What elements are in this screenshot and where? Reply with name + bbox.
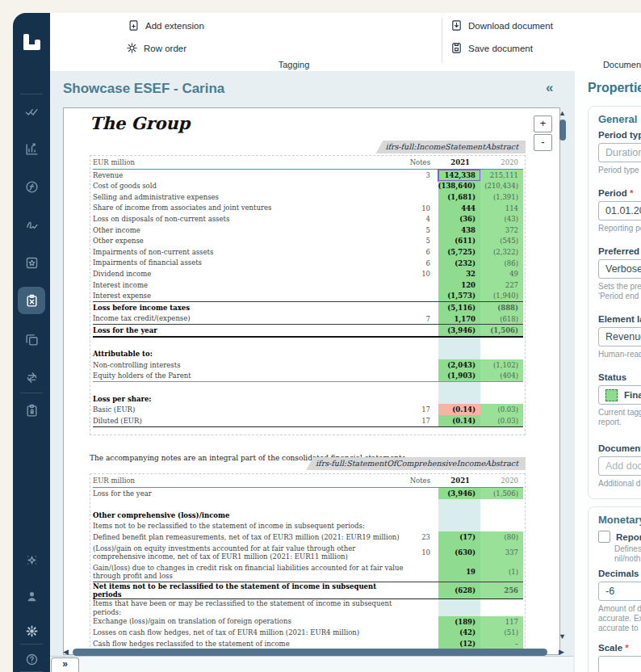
fact-cell-2021[interactable] [438, 499, 480, 510]
documentation-input[interactable] [598, 456, 641, 476]
fact-cell-2021[interactable]: (5,116) [438, 302, 480, 313]
vertical-scroll-thumb[interactable] [559, 120, 566, 141]
fact-cell-2021[interactable] [438, 510, 480, 521]
fact-cell-2021[interactable]: (3,946) [438, 488, 480, 499]
sidebar-item-help[interactable] [13, 653, 50, 666]
period-input[interactable]: 01.01.2021 [598, 201, 641, 220]
fact-cell-2021[interactable]: 142,338 [438, 170, 480, 181]
fact-cell-2020[interactable]: (1,391) [480, 191, 523, 203]
fact-cell-2020[interactable]: (0.03) [480, 404, 523, 415]
fact-cell-2021[interactable] [438, 338, 480, 349]
fact-cell-2020[interactable]: (210,434) [480, 181, 523, 192]
fact-cell-2020[interactable]: (888) [480, 302, 523, 313]
sidebar-item-sync[interactable] [13, 371, 50, 384]
decimals-input[interactable]: -6 [598, 582, 641, 601]
fact-cell-2021[interactable]: (1,903) [438, 371, 480, 382]
fact-cell-2021[interactable]: (232) [438, 258, 480, 269]
row-order-button[interactable]: Row order [126, 42, 186, 54]
fact-cell-2020[interactable] [480, 510, 523, 521]
fact-cell-2020[interactable]: 227 [480, 279, 523, 291]
fact-cell-2021[interactable]: 438 [438, 225, 480, 236]
fact-cell-2021[interactable]: (17) [438, 531, 480, 543]
fact-cell-2021[interactable]: (5,725) [438, 246, 480, 258]
preferred-label-select[interactable]: Verbose [598, 259, 641, 279]
fact-cell-2020[interactable]: 372 [480, 225, 523, 236]
fact-cell-2020[interactable]: (545) [480, 236, 523, 247]
fact-cell-2021[interactable]: 444 [438, 203, 480, 214]
fact-cell-2020[interactable] [480, 499, 523, 510]
scale-input[interactable] [598, 656, 641, 672]
fact-cell-2020[interactable]: (404) [480, 371, 523, 382]
fact-cell-2020[interactable]: (51) [480, 627, 523, 638]
fact-cell-2020[interactable]: 117 [480, 616, 523, 628]
fact-cell-2020[interactable]: 49 [480, 268, 523, 279]
fact-cell-2021[interactable]: (2,043) [438, 359, 480, 371]
fact-cell-2021[interactable]: (611) [438, 236, 480, 247]
zoom-out-button[interactable]: - [534, 134, 552, 151]
expand-tree-button[interactable]: » [51, 657, 79, 672]
sidebar-item-reports[interactable] [13, 142, 50, 156]
sidebar-item-settings[interactable] [13, 624, 50, 638]
fact-cell-2021[interactable]: (138,640) [438, 181, 480, 192]
fact-cell-2020[interactable]: (0.03) [480, 415, 523, 426]
download-document-button[interactable]: Download document [450, 19, 553, 32]
fact-cell-2020[interactable]: 215,111 [480, 170, 523, 181]
fact-cell-2020[interactable]: (80) [480, 531, 523, 543]
fact-cell-2021[interactable]: 1,170 [438, 313, 480, 325]
sidebar-item-bookmarks[interactable] [13, 256, 50, 270]
fact-cell-2020[interactable] [480, 338, 523, 349]
scroll-up-icon[interactable]: ▲ [559, 110, 566, 117]
fact-cell-2020[interactable]: (1,102) [480, 359, 523, 371]
fact-cell-2021[interactable]: 19 [438, 562, 480, 582]
xbrl-tag-chip[interactable]: ifrs-full:IncomeStatementAbstract [375, 141, 526, 153]
fact-cell-2021[interactable]: (628) [438, 582, 480, 598]
fact-cell-2020[interactable]: (86) [480, 258, 523, 269]
status-select[interactable]: Final [598, 385, 641, 405]
fact-cell-2020[interactable]: (43) [480, 213, 523, 225]
horizontal-scroll-thumb[interactable] [73, 649, 547, 656]
fact-cell-2021[interactable] [438, 382, 480, 393]
fact-cell-2020[interactable]: 114 [480, 203, 523, 214]
fact-cell-2021[interactable]: (189) [438, 616, 480, 628]
checkbox-icon[interactable] [598, 531, 610, 543]
sidebar-item-validation[interactable] [13, 105, 50, 119]
fact-cell-2020[interactable]: 256 [480, 582, 523, 598]
documentation-text-input[interactable] [605, 460, 641, 472]
fact-cell-2021[interactable] [438, 393, 480, 405]
sidebar-item-ai-assistant[interactable] [13, 553, 50, 567]
fact-cell-2020[interactable]: (1,940) [480, 291, 523, 302]
fact-cell-2020[interactable]: (618) [480, 313, 523, 325]
add-extension-button[interactable]: Add extension [128, 19, 204, 32]
fact-cell-2020[interactable]: (1) [480, 562, 523, 582]
sidebar-item-tagging[interactable] [13, 294, 50, 308]
fact-cell-2021[interactable]: 32 [438, 268, 480, 279]
collapse-panel-icon[interactable]: « [546, 80, 553, 96]
fact-cell-2020[interactable]: (2,322) [480, 246, 523, 258]
sidebar-item-formulas[interactable] [13, 180, 50, 194]
xbrl-tag-chip[interactable]: ifrs-full:StatementOfComprehensiveIncome… [306, 457, 526, 470]
fact-cell-2021[interactable] [438, 599, 480, 615]
scroll-left-icon[interactable]: ◀ [63, 649, 69, 656]
fact-cell-2021[interactable]: (1,573) [438, 291, 480, 302]
element-label-input[interactable]: Revenue [598, 327, 641, 346]
scroll-right-icon[interactable]: ▶ [559, 649, 564, 656]
fact-cell-2021[interactable]: (42) [438, 627, 480, 638]
fact-cell-2020[interactable] [480, 382, 523, 393]
fact-cell-2020[interactable]: (1,506) [480, 325, 523, 336]
fact-cell-2021[interactable]: (3,946) [438, 325, 480, 336]
fact-cell-2020[interactable] [480, 599, 523, 615]
fact-cell-2021[interactable]: (1,681) [438, 191, 480, 203]
fact-cell-2020[interactable] [480, 349, 523, 360]
fact-cell-2021[interactable]: (36) [438, 213, 480, 225]
vertical-scrollbar[interactable]: ▲ ▼ [559, 108, 567, 645]
sidebar-item-copy-sheets[interactable] [13, 333, 50, 346]
fact-cell-2021[interactable]: (630) [438, 543, 480, 562]
zoom-in-button[interactable]: + [534, 116, 552, 132]
fact-cell-2021[interactable]: (0.14) [438, 404, 480, 415]
fact-cell-2021[interactable]: 120 [438, 279, 480, 291]
fact-cell-2020[interactable] [480, 521, 523, 532]
report-checkbox-row[interactable]: Report [598, 531, 641, 543]
fact-cell-2020[interactable] [480, 393, 523, 405]
fact-cell-2021[interactable] [438, 521, 480, 532]
save-document-button[interactable]: Save document [450, 42, 533, 54]
